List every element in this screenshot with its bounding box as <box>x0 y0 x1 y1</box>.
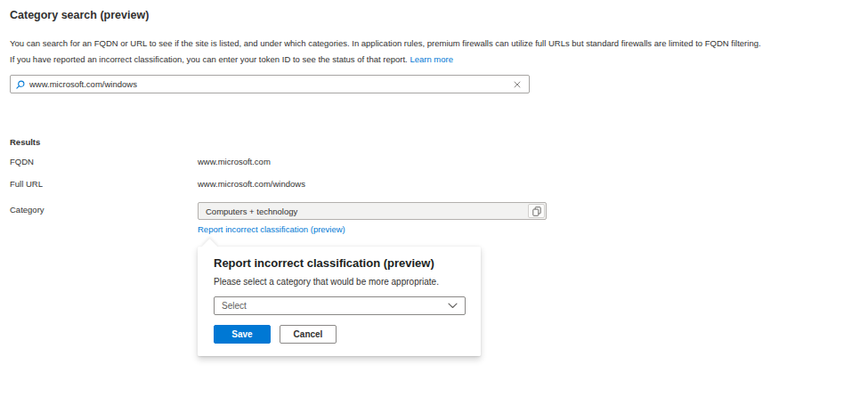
fqdn-label: FQDN <box>10 157 34 166</box>
close-icon <box>514 81 521 88</box>
clear-search-button[interactable] <box>511 79 523 90</box>
full-url-value: www.microsoft.com/windows <box>198 179 305 189</box>
category-select-dropdown[interactable]: Select <box>214 296 466 315</box>
cancel-button[interactable]: Cancel <box>280 325 337 344</box>
report-callout: Report incorrect classification (preview… <box>198 247 481 356</box>
report-incorrect-classification-link[interactable]: Report incorrect classification (preview… <box>198 224 345 234</box>
save-button[interactable]: Save <box>214 325 271 344</box>
callout-button-row: Save Cancel <box>214 325 465 344</box>
callout-title: Report incorrect classification (preview… <box>214 256 465 270</box>
page-title: Category search (preview) <box>10 9 149 21</box>
description-line-2: If you have reported an incorrect classi… <box>10 52 761 68</box>
results-heading: Results <box>10 137 40 147</box>
category-value: Computers + technology <box>206 207 297 216</box>
description: You can search for an FQDN or URL to see… <box>10 36 761 68</box>
description-line-1: You can search for an FQDN or URL to see… <box>10 36 761 52</box>
fqdn-value: www.microsoft.com <box>198 157 271 166</box>
copy-button[interactable] <box>528 204 545 218</box>
callout-content: Report incorrect classification (preview… <box>198 247 481 356</box>
search-box <box>10 75 530 93</box>
search-icon <box>16 80 25 89</box>
callout-body-text: Please select a category that would be m… <box>214 277 465 287</box>
copy-icon <box>532 207 541 216</box>
chevron-down-icon <box>448 303 458 309</box>
search-input[interactable] <box>29 79 511 89</box>
category-value-field: Computers + technology <box>198 202 547 220</box>
description-line-2-text: If you have reported an incorrect classi… <box>10 54 408 64</box>
learn-more-link[interactable]: Learn more <box>410 54 453 64</box>
select-placeholder: Select <box>222 301 448 311</box>
full-url-label: Full URL <box>10 179 43 189</box>
category-label: Category <box>10 205 45 215</box>
